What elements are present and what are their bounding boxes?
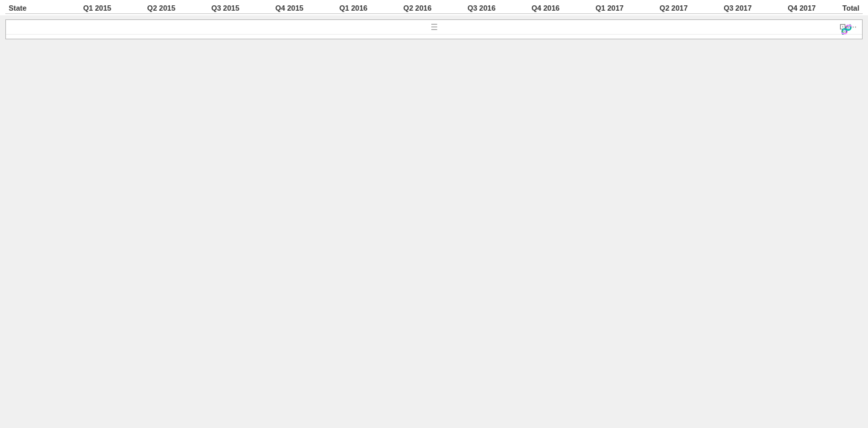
dna-icon: 🧬 <box>841 24 852 35</box>
top-table: StateQ1 2015Q2 2015Q3 2015Q4 2015Q1 2016… <box>5 3 863 14</box>
top-header-state: State <box>5 3 51 14</box>
bottom-panel-header: ☰ ⊡ ··· <box>6 20 862 35</box>
top-header-total: Total <box>819 3 863 14</box>
subscribe-button[interactable]: 🧬 <box>841 24 854 35</box>
top-header-q3-2017: Q3 2017 <box>691 3 755 14</box>
top-table-container: StateQ1 2015Q2 2015Q3 2015Q4 2015Q1 2016… <box>0 0 868 15</box>
top-header-q2-2015: Q2 2015 <box>115 3 179 14</box>
top-header-q2-2016: Q2 2016 <box>371 3 435 14</box>
top-header-q3-2015: Q3 2015 <box>179 3 243 14</box>
top-header-q1-2017: Q1 2017 <box>563 3 627 14</box>
top-header-q2-2017: Q2 2017 <box>627 3 691 14</box>
bottom-panel: ☰ ⊡ ··· 🧬 <box>5 19 863 39</box>
top-header-q4-2016: Q4 2016 <box>499 3 563 14</box>
top-header-q3-2016: Q3 2016 <box>435 3 499 14</box>
top-header-q1-2015: Q1 2015 <box>51 3 115 14</box>
drag-handle-icon: ☰ <box>431 23 438 32</box>
top-header-q1-2016: Q1 2016 <box>307 3 371 14</box>
top-header-q4-2015: Q4 2015 <box>243 3 307 14</box>
top-header-q4-2017: Q4 2017 <box>755 3 819 14</box>
